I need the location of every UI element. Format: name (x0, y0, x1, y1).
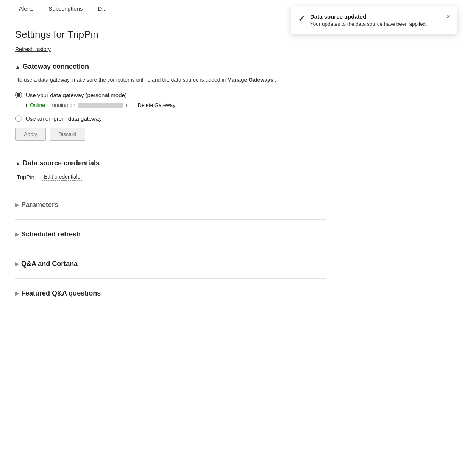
running-on-text: , running on (47, 102, 75, 108)
scheduled-refresh-title: Scheduled refresh (21, 230, 81, 238)
gateway-section-header[interactable]: ▲ Gateway connection (15, 63, 326, 71)
qa-section[interactable]: ▶ Q&A and Cortana (15, 258, 326, 269)
scheduled-refresh-section[interactable]: ▶ Scheduled refresh (15, 229, 326, 240)
discard-button[interactable]: Discard (50, 128, 85, 141)
radio-onprem-mode: Use an on-prem data gateway (15, 115, 326, 122)
section-divider-4 (15, 249, 326, 249)
machine-name-redacted (78, 103, 123, 108)
edit-credentials-link[interactable]: Edit credentials (42, 173, 82, 181)
online-status: Online (30, 102, 45, 108)
qa-expand-icon: ▶ (15, 261, 19, 267)
collapse-arrow-icon: ▲ (15, 64, 20, 70)
section-divider-3 (15, 219, 326, 220)
featured-qa-section[interactable]: ▶ Featured Q&A questions (15, 288, 326, 299)
tab-more[interactable]: D... (90, 0, 114, 17)
datasource-name: TripPin (17, 174, 34, 180)
section-divider-2 (15, 190, 326, 190)
qa-section-title: Q&A and Cortana (21, 260, 78, 268)
tab-subscriptions[interactable]: Subscriptions (41, 0, 90, 17)
parameters-section-title: Parameters (21, 201, 58, 209)
credentials-section-header[interactable]: ▲ Data source credentials (15, 159, 326, 167)
gateway-description: To use a data gateway, make sure the com… (15, 76, 326, 84)
section-divider-1 (15, 150, 326, 150)
manage-gateways-link[interactable]: Manage Gateways (227, 77, 273, 83)
credentials-section: ▲ Data source credentials TripPin Edit c… (15, 159, 326, 181)
gateway-desc-text2: . (275, 77, 276, 83)
toast-notification: ✓ Data source updated Your updates to th… (291, 6, 457, 34)
featured-qa-expand-icon: ▶ (15, 291, 19, 296)
main-content: Settings for TripPin Refresh history ▲ G… (0, 17, 341, 314)
scheduled-refresh-expand-icon: ▶ (15, 232, 19, 237)
status-paren-open: ( (26, 102, 28, 108)
gateway-buttons-row: Apply Discard (15, 128, 326, 141)
delete-gateway-link[interactable]: Delete Gateway (138, 102, 176, 108)
gateway-desc-text1: To use a data gateway, make sure the com… (17, 77, 226, 83)
credentials-section-title: Data source credentials (23, 159, 100, 167)
radio-personal-label[interactable]: Use your data gateway (personal mode) (26, 92, 127, 98)
gateway-connection-section: ▲ Gateway connection To use a data gatew… (15, 63, 326, 141)
refresh-history-link[interactable]: Refresh history (15, 46, 51, 52)
status-paren-close: ) (125, 102, 127, 108)
radio-onprem-label[interactable]: Use an on-prem data gateway (26, 115, 102, 122)
credentials-collapse-arrow-icon: ▲ (15, 160, 20, 166)
radio-personal-input[interactable] (15, 92, 22, 98)
credentials-row: TripPin Edit credentials (15, 173, 326, 181)
parameters-section[interactable]: ▶ Parameters (15, 199, 326, 210)
apply-button[interactable]: Apply (15, 128, 46, 141)
toast-message: Your updates to the data source have bee… (310, 21, 441, 27)
toast-title: Data source updated (310, 13, 441, 20)
gateway-section-title: Gateway connection (23, 63, 89, 71)
section-divider-5 (15, 278, 326, 279)
gateway-status-row: ( Online , running on ) Delete Gateway (15, 102, 326, 108)
tab-alerts[interactable]: Alerts (11, 0, 41, 17)
page-title: Settings for TripPin (15, 29, 326, 40)
featured-qa-title: Featured Q&A questions (21, 289, 101, 297)
parameters-expand-icon: ▶ (15, 202, 19, 208)
toast-close-button[interactable]: × (446, 13, 450, 20)
radio-personal-mode: Use your data gateway (personal mode) (15, 92, 326, 98)
toast-content: Data source updated Your updates to the … (310, 13, 441, 27)
radio-onprem-input[interactable] (15, 115, 22, 122)
checkmark-icon: ✓ (298, 14, 305, 24)
